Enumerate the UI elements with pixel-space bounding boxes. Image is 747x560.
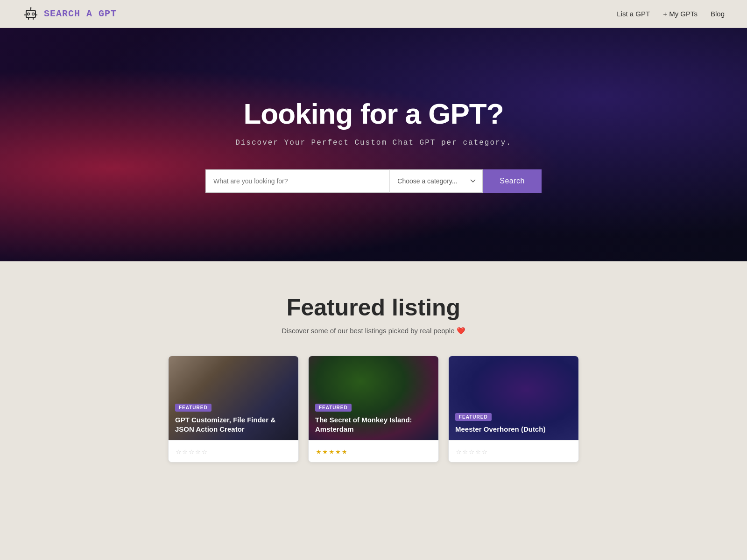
card-2[interactable]: FEATURED The Secret of Monkey Island: Am… [308, 356, 439, 462]
star-1-4: ☆ [196, 446, 201, 456]
cards-grid: FEATURED GPT Customizer, File Finder & J… [22, 356, 725, 462]
star-3-3: ☆ [469, 446, 474, 456]
card-2-title: The Secret of Monkey Island: Amsterdam [315, 415, 432, 434]
card-2-stars: ★ ★ ★ ★ ★ ★ [316, 446, 431, 456]
card-3-overlay: FEATURED Meester Overhoren (Dutch) [455, 413, 572, 434]
card-2-footer: ★ ★ ★ ★ ★ ★ [309, 440, 438, 462]
star-1-1: ☆ [176, 446, 181, 456]
logo[interactable]: SEARCH A GPT [22, 6, 117, 22]
card-1-footer: ☆ ☆ ☆ ☆ ☆ [169, 440, 298, 462]
search-button[interactable]: Search [483, 169, 542, 193]
navbar: SEARCH A GPT List a GPT + My GPTs Blog [0, 0, 747, 28]
star-2-2: ★ [323, 446, 328, 456]
star-1-5: ☆ [202, 446, 207, 456]
category-select[interactable]: Choose a category... Productivity Educat… [389, 169, 483, 193]
card-3-title: Meester Overhoren (Dutch) [455, 425, 572, 434]
card-3-stars: ☆ ☆ ☆ ☆ ☆ [456, 446, 571, 456]
star-3-2: ☆ [463, 446, 468, 456]
card-2-badge: FEATURED [315, 404, 352, 412]
search-bar: Choose a category... Productivity Educat… [205, 169, 542, 193]
card-3-footer: ☆ ☆ ☆ ☆ ☆ [449, 440, 578, 462]
card-1-stars: ☆ ☆ ☆ ☆ ☆ [176, 446, 291, 456]
logo-text: SEARCH A GPT [44, 8, 117, 19]
card-2-image: FEATURED The Secret of Monkey Island: Am… [309, 356, 438, 440]
star-3-1: ☆ [456, 446, 461, 456]
nav-link-blog[interactable]: Blog [711, 10, 725, 18]
card-1-image: FEATURED GPT Customizer, File Finder & J… [169, 356, 298, 440]
featured-subheading: Discover some of our best listings picke… [22, 327, 725, 335]
nav-link-list-gpt[interactable]: List a GPT [617, 10, 650, 18]
card-3-image: FEATURED Meester Overhoren (Dutch) [449, 356, 578, 440]
card-3[interactable]: FEATURED Meester Overhoren (Dutch) ☆ ☆ ☆… [448, 356, 579, 462]
hero-title: Looking for a GPT? [243, 97, 503, 130]
nav-links: List a GPT + My GPTs Blog [617, 10, 725, 18]
star-2-5: ★ ★ [342, 446, 350, 456]
card-1-badge: FEATURED [175, 404, 211, 412]
card-2-overlay: FEATURED The Secret of Monkey Island: Am… [315, 403, 432, 434]
star-3-5: ☆ [482, 446, 487, 456]
card-1[interactable]: FEATURED GPT Customizer, File Finder & J… [168, 356, 299, 462]
star-1-2: ☆ [183, 446, 188, 456]
logo-icon [22, 6, 39, 22]
star-2-1: ★ [316, 446, 321, 456]
hero-section: Looking for a GPT? Discover Your Perfect… [0, 28, 747, 261]
svg-point-2 [32, 13, 35, 15]
card-3-badge: FEATURED [455, 413, 492, 421]
featured-section: Featured listing Discover some of our be… [0, 261, 747, 490]
star-1-3: ☆ [189, 446, 194, 456]
nav-link-my-gpts[interactable]: + My GPTs [663, 10, 698, 18]
search-input[interactable] [205, 169, 389, 193]
svg-point-1 [28, 13, 30, 15]
card-1-title: GPT Customizer, File Finder & JSON Actio… [175, 415, 292, 434]
card-1-overlay: FEATURED GPT Customizer, File Finder & J… [175, 403, 292, 434]
hero-subtitle: Discover Your Perfect Custom Chat GPT pe… [235, 139, 512, 147]
star-3-4: ☆ [476, 446, 481, 456]
star-2-3: ★ [329, 446, 334, 456]
svg-point-4 [30, 7, 32, 8]
featured-heading: Featured listing [22, 294, 725, 321]
star-2-4: ★ [336, 446, 341, 456]
